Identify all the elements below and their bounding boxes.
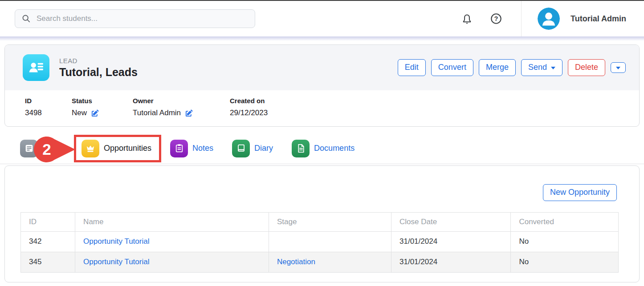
lead-card: LEAD Tutorial, Leads Edit Convert Merge …	[4, 44, 640, 127]
column-header-close-date: Close Date	[391, 212, 511, 231]
cell-converted: No	[511, 252, 619, 272]
search-box[interactable]	[15, 9, 255, 28]
lead-actions: Edit Convert Merge Send Delete	[398, 59, 626, 76]
search-input[interactable]	[37, 14, 249, 23]
record-type-label: LEAD	[59, 57, 138, 64]
summary-icon	[20, 140, 38, 157]
crown-icon	[82, 140, 99, 157]
tab-diary[interactable]: Diary	[232, 140, 273, 157]
column-header-stage: Stage	[269, 212, 391, 231]
meta-field-owner: Owner Tutorial Admin	[133, 97, 230, 117]
topbar-shadow	[0, 36, 644, 41]
bell-icon	[461, 13, 473, 25]
tab-summary[interactable]	[20, 140, 38, 157]
user-name[interactable]: Tutorial Admin	[571, 14, 626, 24]
chevron-down-icon	[616, 67, 620, 69]
tab-label: Diary	[254, 144, 273, 153]
meta-field-id: ID 3498	[25, 97, 72, 117]
topbar-divider	[521, 1, 522, 36]
help-button[interactable]: ?	[490, 12, 502, 25]
meta-field-created: Created on 29/12/2023	[230, 97, 272, 117]
tab-notes[interactable]: Notes	[170, 140, 213, 157]
table-row: 345 Opportunity Tutorial Negotiation 31/…	[21, 252, 619, 272]
lead-meta: ID 3498 Status New Owner	[5, 90, 639, 126]
meta-label: Status	[72, 97, 128, 105]
meta-field-status: Status New	[72, 97, 133, 117]
notifications-button[interactable]	[461, 13, 473, 25]
user-avatar[interactable]	[538, 8, 560, 30]
step-annotation-arrow: 2	[34, 136, 77, 165]
tab-opportunities[interactable]: Opportunities	[82, 140, 151, 157]
clipboard-icon	[170, 140, 188, 157]
tab-label: Notes	[192, 144, 213, 153]
search-icon	[21, 14, 31, 24]
annotation-highlight-box: Opportunities	[74, 135, 161, 162]
page-title: Tutorial, Leads	[59, 66, 138, 79]
edit-button[interactable]: Edit	[398, 59, 426, 76]
opportunities-panel: New Opportunity ID Name Stage Close Date…	[4, 165, 640, 282]
meta-label: Owner	[133, 97, 225, 105]
column-header-converted: Converted	[511, 212, 619, 231]
table-row: 342 Opportunity Tutorial 31/01/2024 No	[21, 231, 619, 252]
help-icon: ?	[490, 12, 502, 25]
cell-stage	[269, 231, 391, 252]
meta-value: New	[72, 109, 128, 117]
stage-link[interactable]: Negotiation	[277, 258, 315, 266]
meta-label: ID	[25, 97, 67, 105]
lead-header: LEAD Tutorial, Leads Edit Convert Merge …	[5, 45, 639, 90]
cell-id: 345	[21, 252, 75, 272]
meta-value: 3498	[25, 109, 67, 117]
cell-close-date: 31/01/2024	[391, 231, 511, 252]
lead-contact-icon	[23, 54, 49, 81]
opportunity-link[interactable]: Opportunity Tutorial	[83, 237, 149, 246]
topbar: ? Tutorial Admin	[0, 1, 644, 36]
cell-id: 342	[21, 231, 75, 252]
table-header-row: ID Name Stage Close Date Converted	[21, 212, 619, 231]
cell-converted: No	[511, 231, 619, 252]
tab-documents[interactable]: Documents	[292, 140, 355, 157]
merge-button[interactable]: Merge	[479, 59, 516, 76]
tab-bar: 2 Opportunities Notes	[0, 127, 644, 164]
chevron-down-icon	[551, 67, 555, 69]
opportunity-link[interactable]: Opportunity Tutorial	[83, 258, 149, 266]
meta-value: Tutorial Admin	[133, 109, 225, 117]
topbar-right: ? Tutorial Admin	[461, 1, 644, 36]
tab-label: Documents	[314, 144, 355, 153]
new-opportunity-button[interactable]: New Opportunity	[543, 184, 617, 201]
cell-close-date: 31/01/2024	[391, 252, 511, 272]
more-actions-button[interactable]	[611, 62, 626, 73]
meta-label: Created on	[230, 97, 268, 105]
delete-button[interactable]: Delete	[568, 59, 605, 76]
svg-text:?: ?	[494, 15, 498, 22]
column-header-name: Name	[75, 212, 269, 231]
document-icon	[292, 140, 310, 157]
send-button[interactable]: Send	[521, 59, 562, 76]
book-icon	[232, 140, 250, 157]
edit-status-icon[interactable]	[91, 109, 99, 117]
opportunities-table: ID Name Stage Close Date Converted 342 O…	[20, 212, 619, 273]
column-header-id: ID	[21, 212, 75, 231]
step-number: 2	[42, 141, 51, 158]
convert-button[interactable]: Convert	[431, 59, 473, 76]
edit-owner-icon[interactable]	[185, 109, 193, 117]
tab-label: Opportunities	[104, 144, 151, 153]
meta-value: 29/12/2023	[230, 109, 268, 117]
